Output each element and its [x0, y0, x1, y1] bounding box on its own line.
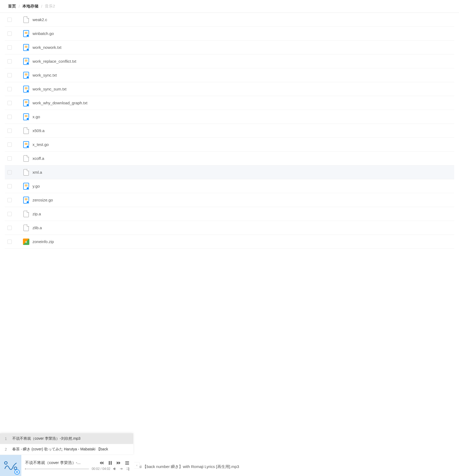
text-file-icon	[23, 72, 29, 79]
file-name: x.go	[33, 114, 40, 119]
file-row[interactable]: x.go	[5, 110, 454, 124]
file-row[interactable]: xml.a	[5, 165, 454, 179]
file-list: weak2.cwinbatch.gowork_nowork.txtwork_re…	[0, 13, 459, 249]
file-checkbox[interactable]	[7, 156, 12, 161]
generic-file-icon	[23, 16, 29, 23]
file-checkbox[interactable]	[7, 240, 12, 244]
text-file-icon	[23, 30, 29, 37]
file-name: work_sync_sum.txt	[33, 87, 67, 91]
file-name: winbatch.go	[33, 31, 54, 36]
file-row[interactable]: winbatch.go	[5, 27, 454, 41]
generic-file-icon	[23, 127, 29, 134]
file-name: y.go	[33, 184, 40, 188]
file-name: zerosize.go	[33, 198, 53, 202]
generic-file-icon	[23, 169, 29, 176]
generic-file-icon	[23, 155, 29, 162]
file-name: weak2.c	[33, 17, 47, 22]
breadcrumb-home[interactable]: 首页	[8, 4, 16, 9]
file-row[interactable]: zerosize.go	[5, 193, 454, 207]
text-file-icon	[23, 183, 29, 190]
file-checkbox[interactable]	[7, 59, 12, 64]
file-checkbox[interactable]	[7, 73, 12, 77]
file-row[interactable]: work_nowork.txt	[5, 41, 454, 54]
file-checkbox[interactable]	[7, 184, 12, 188]
text-file-icon	[23, 196, 29, 204]
file-row[interactable]: y.go	[5, 179, 454, 193]
file-name: zlib.a	[33, 225, 42, 230]
file-checkbox[interactable]	[7, 226, 12, 230]
zip-file-icon	[23, 238, 29, 245]
file-checkbox[interactable]	[7, 170, 12, 174]
file-name: x_test.go	[33, 142, 49, 147]
file-checkbox[interactable]	[7, 212, 12, 216]
breadcrumb: 首页 / 本地存储 / 音乐2	[0, 0, 459, 13]
file-checkbox[interactable]	[7, 129, 12, 133]
breadcrumb-current: 音乐2	[45, 4, 55, 9]
file-row[interactable]: work_replace_conflict.txt	[5, 54, 454, 68]
text-file-icon	[23, 85, 29, 93]
file-row[interactable]: weak2.c	[5, 13, 454, 27]
file-checkbox[interactable]	[7, 45, 12, 50]
file-row[interactable]: zlib.a	[5, 221, 454, 235]
file-row[interactable]: zoneinfo.zip	[5, 235, 454, 249]
file-row[interactable]: x509.a	[5, 124, 454, 138]
file-name: xcoff.a	[33, 156, 44, 161]
file-row[interactable]: zip.a	[5, 207, 454, 221]
file-checkbox[interactable]	[7, 18, 12, 22]
file-checkbox[interactable]	[7, 31, 12, 36]
breadcrumb-sep: /	[19, 4, 20, 9]
generic-file-icon	[23, 210, 29, 218]
text-file-icon	[23, 141, 29, 148]
file-name: zip.a	[33, 212, 41, 216]
file-name: work_nowork.txt	[33, 45, 61, 50]
file-row[interactable]: x_test.go	[5, 138, 454, 152]
text-file-icon	[23, 113, 29, 121]
file-name: x509.a	[33, 128, 45, 133]
file-checkbox[interactable]	[7, 101, 12, 105]
file-checkbox[interactable]	[7, 87, 12, 91]
generic-file-icon	[23, 224, 29, 232]
text-file-icon	[23, 99, 29, 107]
file-row[interactable]: work_sync_sum.txt	[5, 82, 454, 96]
file-name: work_sync.txt	[33, 73, 57, 77]
file-checkbox[interactable]	[7, 142, 12, 147]
breadcrumb-sep: /	[41, 4, 42, 9]
file-row[interactable]: xcoff.a	[5, 152, 454, 165]
file-name: xml.a	[33, 170, 42, 174]
file-name: work_why_download_graph.txt	[33, 101, 87, 105]
file-name: zoneinfo.zip	[33, 239, 54, 244]
text-file-icon	[23, 58, 29, 65]
file-checkbox[interactable]	[7, 115, 12, 119]
file-row[interactable]: work_why_download_graph.txt	[5, 96, 454, 110]
file-row[interactable]: work_sync.txt	[5, 68, 454, 82]
file-checkbox[interactable]	[7, 198, 12, 202]
breadcrumb-local[interactable]: 本地存储	[22, 4, 38, 9]
file-name: work_replace_conflict.txt	[33, 59, 76, 64]
text-file-icon	[23, 44, 29, 51]
